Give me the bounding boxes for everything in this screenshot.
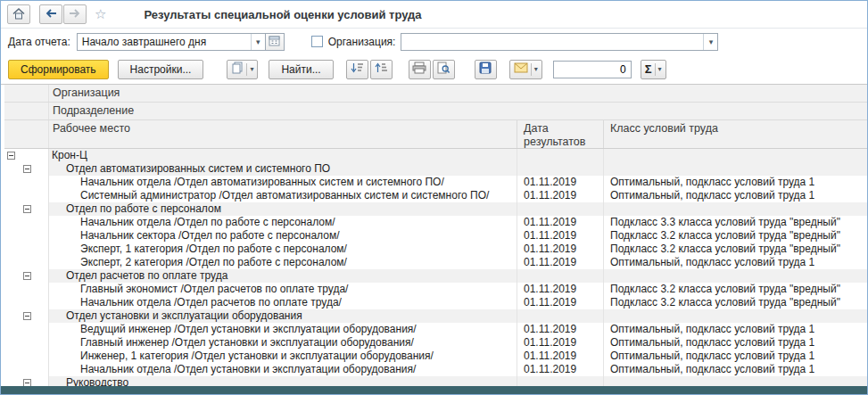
row-gutter — [4, 296, 49, 309]
page-title: Результаты специальной оценки условий тр… — [144, 8, 421, 21]
row-gutter — [4, 216, 49, 229]
group-row[interactable]: Крон-Ц — [4, 149, 867, 162]
autosum-menu-button[interactable]: Σ ▾ — [641, 60, 666, 79]
conditions-class-cell: Подкласс 3.3 класса условий труда "вредн… — [603, 216, 867, 229]
workplace-cell: Начальник отдела /Отдел расчетов по опла… — [49, 296, 517, 309]
collapse-group-toggle[interactable] — [23, 165, 31, 173]
header-work-conditions-class: Класс условий труда — [603, 120, 867, 148]
conditions-class-cell — [603, 162, 867, 176]
workplace-cell: Ведущий инженер /Отдел установки и экспл… — [49, 323, 517, 336]
chevron-down-icon: ▾ — [534, 65, 538, 73]
group-row[interactable]: Отдел автоматизированных систем и систем… — [4, 162, 867, 176]
group-row[interactable]: Отдел расчетов по оплате труда — [4, 269, 867, 283]
row-gutter — [4, 256, 49, 269]
print-preview-button[interactable] — [433, 60, 455, 79]
conditions-class-cell: Оптимальный, подкласс условий труда 1 — [603, 363, 867, 376]
workplace-cell: Начальник отдела /Отдел автоматизированн… — [49, 176, 517, 189]
result-row[interactable]: Главный инженер /Отдел установки и экспл… — [4, 336, 867, 350]
organization-combobox[interactable]: ▾ — [401, 33, 718, 51]
floppy-disk-icon — [479, 62, 492, 77]
calendar-button[interactable] — [266, 33, 285, 51]
group-row[interactable]: Отдел по работе с персоналом — [4, 202, 867, 216]
organization-label: Организация: — [328, 36, 396, 48]
sort-ascending-button[interactable] — [370, 60, 393, 79]
header-row-columns: Рабочее место Дата результатов Класс усл… — [4, 120, 867, 149]
forward-button[interactable] — [63, 4, 87, 24]
workplace-cell: Главный экономист /Отдел расчетов по опл… — [49, 283, 517, 296]
result-row[interactable]: Эксперт, 1 категория /Отдел по работе с … — [4, 243, 867, 256]
result-row[interactable]: Начальник отдела /Отдел установки и эксп… — [4, 363, 867, 376]
workplace-cell: Начальник сектора /Отдел по работе с пер… — [49, 229, 517, 243]
preview-icon — [437, 62, 451, 77]
report-date-value: Начало завтрашнего дня — [78, 34, 251, 50]
report-date-combobox[interactable]: Начало завтрашнего дня ▾ — [77, 33, 266, 51]
row-gutter — [4, 243, 49, 256]
row-gutter — [4, 309, 49, 323]
home-button[interactable] — [7, 4, 30, 24]
collapse-group-toggle[interactable] — [23, 272, 31, 280]
print-button[interactable] — [409, 60, 431, 79]
result-row[interactable]: Ведущий инженер /Отдел установки и экспл… — [4, 323, 867, 336]
result-row[interactable]: Начальник отдела /Отдел по работе с перс… — [4, 216, 867, 229]
result-date-cell: 01.11.2019 — [517, 256, 603, 269]
conditions-class-cell: Подкласс 3.2 класса условий труда "вредн… — [603, 243, 867, 256]
conditions-class-cell — [603, 202, 867, 216]
save-button[interactable] — [475, 60, 497, 79]
group-name-cell: Крон-Ц — [49, 149, 517, 162]
conditions-class-cell: Подкласс 3.2 класса условий труда "вредн… — [603, 296, 867, 309]
result-row[interactable]: Начальник сектора /Отдел по работе с пер… — [4, 229, 867, 243]
back-button[interactable] — [39, 4, 62, 24]
find-button[interactable]: Найти... — [269, 60, 333, 79]
collapse-group-toggle[interactable] — [23, 205, 31, 213]
result-row[interactable]: Начальник отдела /Отдел автоматизированн… — [4, 176, 867, 189]
sort-descending-button[interactable] — [346, 60, 368, 79]
workplace-cell: Инженер, 1 категория /Отдел установки и … — [49, 350, 517, 363]
result-date-cell: 01.11.2019 — [517, 350, 603, 363]
send-email-menu-button[interactable]: ▾ — [509, 60, 542, 79]
result-date-cell: 01.11.2019 — [517, 189, 603, 202]
header-gutter — [4, 85, 49, 102]
counter-field[interactable] — [553, 61, 632, 78]
chevron-down-icon[interactable]: ▾ — [703, 34, 717, 50]
group-name-cell: Отдел расчетов по оплате труда — [49, 269, 517, 283]
chevron-down-icon: ▾ — [658, 65, 662, 73]
header-organization: Организация — [49, 86, 867, 100]
row-gutter — [4, 283, 49, 296]
row-gutter — [4, 229, 49, 243]
header-department: Подразделение — [49, 104, 867, 118]
workplace-cell: Начальник отдела /Отдел по работе с перс… — [49, 216, 517, 229]
titlebar: ☆ Результаты специальной оценки условий … — [1, 1, 867, 29]
result-date-cell — [517, 162, 603, 176]
chevron-down-icon[interactable]: ▾ — [251, 34, 265, 50]
result-row[interactable]: Главный экономист /Отдел расчетов по опл… — [4, 283, 867, 296]
results-grid: Организация Подразделение Рабочее место … — [1, 84, 867, 394]
settings-button[interactable]: Настройки... — [118, 60, 204, 79]
sort-ascending-icon — [375, 62, 388, 77]
divider — [246, 63, 247, 76]
collapse-group-toggle[interactable] — [23, 312, 31, 320]
conditions-class-cell — [603, 149, 867, 162]
header-workplace: Рабочее место — [49, 120, 517, 136]
generate-button[interactable]: Сформировать — [8, 60, 109, 79]
workplace-cell: Системный администратор /Отдел автоматиз… — [49, 189, 517, 202]
group-row[interactable]: Отдел установки и эксплуатации оборудова… — [4, 309, 867, 323]
workplace-cell: Эксперт, 2 категория /Отдел по работе с … — [49, 256, 517, 269]
result-row[interactable]: Системный администратор /Отдел автоматиз… — [4, 189, 867, 202]
header-gutter — [4, 120, 49, 148]
header-gutter — [4, 103, 49, 119]
organization-checkbox[interactable] — [311, 36, 323, 47]
result-row[interactable]: Начальник отдела /Отдел расчетов по опла… — [4, 296, 867, 309]
collapse-group-toggle[interactable] — [7, 152, 15, 160]
result-row[interactable]: Инженер, 1 категория /Отдел установки и … — [4, 350, 867, 363]
result-date-cell — [517, 309, 603, 323]
report-toolbar: Сформировать Настройки... ▾ Найти... — [1, 54, 867, 84]
favorite-star-icon[interactable]: ☆ — [95, 6, 106, 22]
copy-menu-button[interactable]: ▾ — [227, 60, 258, 79]
workplace-cell: Главный инженер /Отдел установки и экспл… — [49, 336, 517, 350]
result-row[interactable]: Эксперт, 2 категория /Отдел по работе с … — [4, 256, 867, 269]
sort-descending-icon — [351, 62, 364, 77]
group-name-cell: Отдел автоматизированных систем и систем… — [49, 162, 517, 176]
group-name-cell: Отдел установки и эксплуатации оборудова… — [49, 309, 517, 323]
header-row-department: Подразделение — [4, 103, 867, 120]
result-date-cell — [517, 202, 603, 216]
